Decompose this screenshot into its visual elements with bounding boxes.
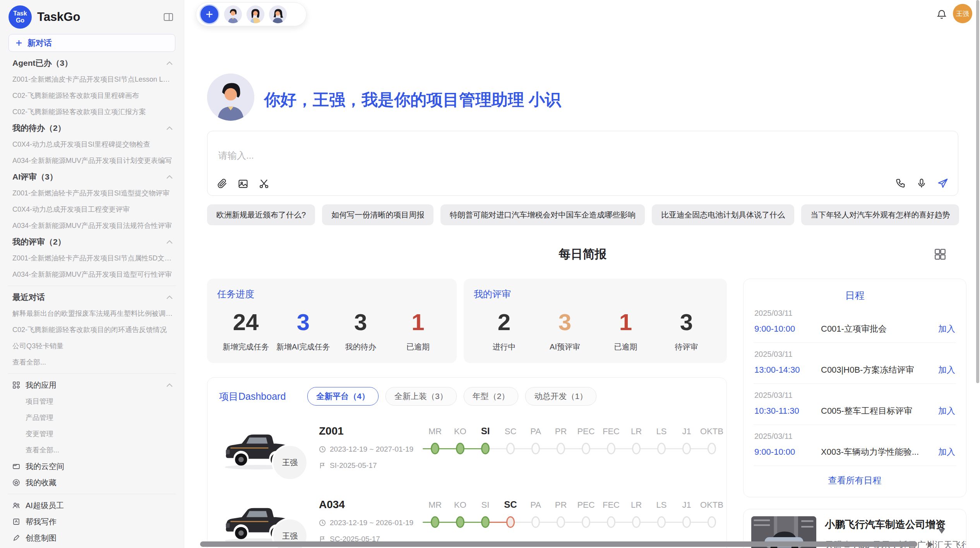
metric: 2 进行中 bbox=[474, 309, 535, 352]
new-chat-button[interactable]: 新对话 bbox=[9, 34, 175, 52]
suggestion-chip[interactable]: 当下年轻人对汽车外观有怎样的喜好趋势 bbox=[801, 204, 959, 225]
project-row[interactable]: 王强 Z001 2023-12-19 ~ 2027-01-19 SI-2025-… bbox=[219, 422, 715, 484]
suggestion-chip[interactable]: 如何写一份清晰的项目周报 bbox=[322, 204, 433, 225]
milestone-node bbox=[607, 443, 615, 454]
list-item[interactable]: C0X4-动力总成开发项目工程变更评审 bbox=[0, 201, 184, 217]
schedule-date: 2025/03/11 bbox=[754, 309, 955, 318]
section-my-review[interactable]: 我的评审（2） bbox=[0, 234, 184, 250]
layout-grid-icon[interactable] bbox=[934, 248, 947, 261]
milestone-node bbox=[708, 443, 716, 454]
sidebar-item-cloud-space[interactable]: 我的云空间 bbox=[0, 458, 184, 474]
section-title: AI评审（3） bbox=[12, 171, 58, 182]
join-link[interactable]: 加入 bbox=[938, 323, 955, 335]
milestone-label: PEC bbox=[574, 426, 598, 437]
chat-input[interactable] bbox=[218, 150, 877, 161]
metric: 3 我的待办 bbox=[332, 309, 389, 352]
logo-text-top: Task bbox=[13, 10, 27, 17]
list-item[interactable]: Z001-全新燃油轻卡产品开发项目SI节点属性5D文件评审 bbox=[0, 250, 184, 266]
list-item[interactable]: C02-飞腾新能源轻客改款项目立项汇报方案 bbox=[0, 104, 184, 120]
milestone-label: J1 bbox=[674, 426, 699, 437]
view-all-schedule-link[interactable]: 查看所有日程 bbox=[754, 474, 956, 486]
tab-new-platform[interactable]: 全新平台（4） bbox=[307, 387, 379, 406]
image-icon[interactable] bbox=[238, 178, 248, 189]
list-item[interactable]: C02-飞腾新能源轻客改款项目里程碑画布 bbox=[0, 87, 184, 104]
join-link[interactable]: 加入 bbox=[938, 405, 955, 417]
favorites-label: 我的收藏 bbox=[26, 478, 57, 488]
milestone-label: LS bbox=[649, 426, 674, 437]
join-link[interactable]: 加入 bbox=[938, 364, 955, 376]
section-title: 最近对话 bbox=[12, 292, 45, 303]
suggestion-chip[interactable]: 特朗普可能对进口汽车增税会对中国车企造成哪些影响 bbox=[440, 204, 645, 225]
tab-model-year[interactable]: 年型（2） bbox=[464, 387, 519, 406]
milestone-node bbox=[682, 516, 691, 528]
chevron-up-icon bbox=[166, 240, 173, 244]
sidebar-item-ai-super-staff[interactable]: AI超级员工 bbox=[0, 497, 184, 514]
send-icon[interactable] bbox=[937, 178, 949, 189]
milestone-node bbox=[456, 516, 464, 528]
cloud-folder-icon bbox=[12, 462, 20, 470]
project-vehicle-image: 王强 bbox=[219, 498, 295, 547]
suggestion-chip[interactable]: 比亚迪全固态电池计划具体说了什么 bbox=[652, 204, 794, 225]
horizontal-scrollbar[interactable] bbox=[200, 541, 917, 547]
sidebar-item-change-mgmt[interactable]: 变更管理 bbox=[0, 426, 184, 442]
metric: 3 AI预评审 bbox=[535, 309, 595, 352]
sidebar-item-creative-draw[interactable]: 创意制图 bbox=[0, 530, 184, 546]
scissors-icon[interactable] bbox=[259, 178, 269, 189]
sidebar-item-project-mgmt[interactable]: 项目管理 bbox=[0, 393, 184, 409]
tab-new-body[interactable]: 全新上装（3） bbox=[385, 387, 457, 406]
view-all-apps[interactable]: 查看全部... bbox=[0, 442, 184, 458]
agent-switcher bbox=[196, 2, 307, 26]
list-item[interactable]: A034-全新新能源MUV产品开发项目法规符合性评审 bbox=[0, 217, 184, 234]
milestone-node bbox=[481, 443, 490, 454]
metric-value: 2 bbox=[474, 309, 535, 336]
section-my-todo[interactable]: 我的待办（2） bbox=[0, 120, 184, 136]
metric-label: 进行中 bbox=[474, 342, 535, 352]
microphone-icon[interactable] bbox=[916, 178, 927, 189]
list-item[interactable]: Z001-全新燃油轻卡产品开发项目SI造型提交物评审 bbox=[0, 185, 184, 201]
schedule-item: 2025/03/11 9:00-10:00 C001-立项审批会 加入 bbox=[754, 302, 956, 343]
avatar[interactable] bbox=[269, 5, 287, 23]
notifications-bell-icon[interactable] bbox=[936, 9, 947, 20]
list-item[interactable]: 公司Q3轻卡销量 bbox=[0, 338, 184, 354]
list-item[interactable]: A034-全新新能源MUV产品开发项目造型可行性评审 bbox=[0, 266, 184, 283]
plus-icon bbox=[15, 39, 23, 47]
user-avatar[interactable]: 王强 bbox=[953, 4, 972, 23]
schedule-event-title: C005-整车工程目标评审 bbox=[821, 405, 933, 417]
section-my-apps[interactable]: 我的应用 bbox=[0, 377, 184, 393]
my-review-card: 我的评审 2 进行中 3 AI预评审 1 已逾期 3 待评审 bbox=[464, 279, 727, 363]
scroll-down-arrow-icon[interactable] bbox=[938, 529, 945, 534]
list-item[interactable]: 解释最新出台的欧盟报废车法规再生塑料比例被调至15%... bbox=[0, 305, 184, 322]
list-item[interactable]: A034-全新新能源MUV产品开发项目计划变更表编写 bbox=[0, 152, 184, 169]
sidebar-item-product-mgmt[interactable]: 产品管理 bbox=[0, 409, 184, 426]
project-row[interactable]: 王强 A034 2023-12-19 ~ 2026-01-19 SC-2025-… bbox=[219, 495, 715, 548]
metric-label: 我的待办 bbox=[332, 342, 389, 352]
section-ai-review[interactable]: AI评审（3） bbox=[0, 169, 184, 185]
card-title: 任务进度 bbox=[217, 288, 447, 300]
dashboard-title: 项目Dashboard bbox=[219, 390, 286, 403]
add-agent-button[interactable] bbox=[199, 4, 219, 24]
sidebar-item-help-write[interactable]: 帮我写作 bbox=[0, 514, 184, 530]
milestone-label: LS bbox=[649, 500, 674, 510]
project-vehicle-image: 王强 bbox=[219, 424, 295, 474]
view-all-chats[interactable]: 查看全部... bbox=[0, 354, 184, 370]
attachment-icon[interactable] bbox=[217, 178, 228, 189]
section-agent-done[interactable]: Agent已办（3） bbox=[0, 55, 184, 71]
join-link[interactable]: 加入 bbox=[938, 446, 955, 458]
list-item[interactable]: C02-飞腾新能源轻客改款项目的闭环通告反馈情况 bbox=[0, 322, 184, 338]
tab-powertrain[interactable]: 动总开发（1） bbox=[525, 387, 596, 406]
people-icon bbox=[12, 502, 20, 509]
collapse-sidebar-icon[interactable] bbox=[163, 12, 174, 22]
avatar[interactable] bbox=[224, 5, 242, 23]
vertical-scrollbar[interactable] bbox=[976, 0, 979, 383]
milestone-node bbox=[582, 443, 590, 454]
avatar[interactable] bbox=[247, 5, 264, 23]
sidebar-item-favorites[interactable]: 我的收藏 bbox=[0, 474, 184, 491]
news-title: 小鹏飞行汽车制造公司增资 bbox=[825, 518, 966, 531]
section-recent-chats[interactable]: 最近对话 bbox=[0, 289, 184, 305]
clock-icon bbox=[319, 446, 326, 453]
suggestion-chip[interactable]: 欧洲新规最近颁布了什么? bbox=[207, 204, 315, 225]
phone-icon[interactable] bbox=[895, 178, 906, 189]
list-item[interactable]: Z001-全新燃油皮卡产品开发项目SI节点Lesson Learn报告 bbox=[0, 71, 184, 87]
list-item[interactable]: C0X4-动力总成开发项目SI里程碑提交物检查 bbox=[0, 136, 184, 152]
scroll-right-arrow-icon[interactable] bbox=[928, 541, 933, 548]
